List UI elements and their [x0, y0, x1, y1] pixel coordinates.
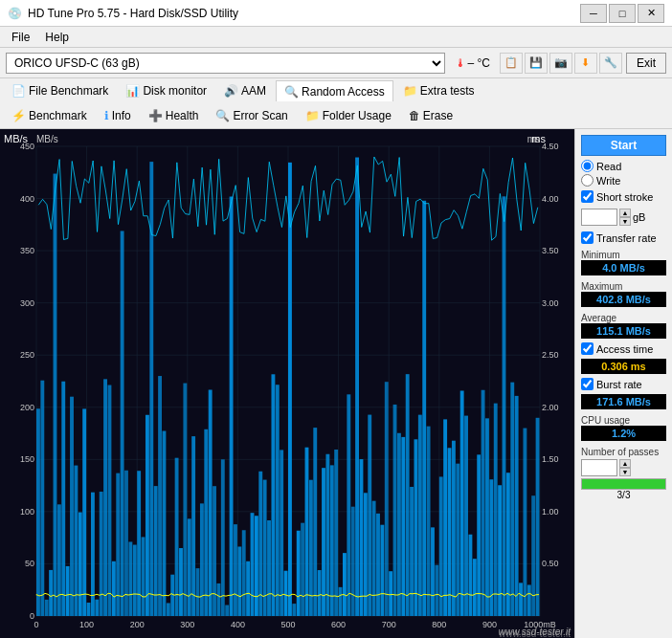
burst-rate-label: Burst rate [596, 379, 642, 390]
menubar: File Help [0, 27, 672, 48]
minimize-button[interactable]: ─ [580, 4, 607, 23]
maximum-label: Maximum [581, 281, 666, 292]
tab-folder-usage[interactable]: 📁 Folder Usage [298, 105, 399, 126]
tab-aam[interactable]: 🔊 AAM [216, 80, 274, 101]
read-label: Read [596, 161, 621, 172]
access-time-value: 0.306 ms [581, 359, 666, 374]
burst-rate-checkbox[interactable] [581, 378, 594, 390]
read-radio-label[interactable]: Read [581, 160, 666, 172]
average-section: Average 115.1 MB/s [581, 311, 666, 339]
average-label: Average [581, 313, 666, 323]
disk-monitor-icon: 📊 [125, 84, 140, 98]
read-write-group: Read Write [581, 160, 666, 187]
menu-file[interactable]: File [4, 29, 37, 45]
drive-selector[interactable]: ORICO UFSD-C (63 gB) [6, 53, 445, 74]
folder-usage-icon: 📁 [305, 109, 320, 122]
read-radio[interactable] [581, 160, 594, 172]
health-icon: ➕ [148, 109, 163, 122]
chart-canvas [0, 129, 574, 638]
icon-disk2[interactable]: 💾 [525, 53, 548, 74]
minimum-section: Minimum 4.0 MB/s [581, 248, 666, 275]
short-stroke-spinner: ▲ ▼ [619, 209, 631, 226]
titlebar: 💿 HD Tune Pro 5.75 - Hard Disk/SSD Utili… [0, 0, 672, 27]
chart-y-right-label: ms [531, 133, 546, 144]
passes-input[interactable]: 3 [581, 459, 617, 476]
write-radio-label[interactable]: Write [581, 174, 666, 187]
icon-camera[interactable]: 📷 [549, 53, 572, 74]
toolbar: ORICO UFSD-C (63 gB) 🌡 – °C 📋 💾 📷 ⬇ 🔧 Ex… [0, 48, 672, 78]
temperature-value: – °C [468, 56, 490, 70]
right-panel: Start Read Write Short stroke 1 ▲ ▼ gB [574, 129, 672, 638]
titlebar-left: 💿 HD Tune Pro 5.75 - Hard Disk/SSD Utili… [8, 7, 238, 20]
chart-area: MB/s ms www.ssd-tester.it [0, 129, 574, 638]
short-stroke-down[interactable]: ▼ [619, 217, 631, 226]
toolbar-icons: 📋 💾 📷 ⬇ 🔧 [500, 53, 622, 74]
short-stroke-up[interactable]: ▲ [619, 209, 631, 217]
short-stroke-row: Short stroke [581, 190, 666, 203]
burst-rate-row: Burst rate [581, 378, 666, 390]
write-radio[interactable] [581, 174, 594, 187]
passes-down[interactable]: ▼ [619, 468, 631, 476]
short-stroke-input[interactable]: 1 [581, 209, 617, 226]
menu-help[interactable]: Help [37, 29, 77, 45]
progress-bar-container [581, 478, 666, 490]
tab-disk-monitor[interactable]: 📊 Disk monitor [118, 80, 214, 101]
transfer-rate-row: Transfer rate [581, 231, 666, 244]
benchmark-icon: ⚡ [11, 109, 26, 122]
passes-spinner: ▲ ▼ [619, 459, 631, 476]
cpu-section: CPU usage 1.2% [581, 413, 666, 441]
cpu-value: 1.2% [581, 426, 666, 441]
watermark: www.ssd-tester.it [499, 627, 571, 637]
tab-erase[interactable]: 🗑 Erase [401, 105, 460, 126]
write-label: Write [596, 175, 620, 187]
maximum-value: 402.8 MB/s [581, 292, 666, 307]
short-stroke-label: Short stroke [596, 191, 653, 203]
progress-bar-fill [582, 479, 665, 489]
access-time-row: Access time [581, 342, 666, 355]
progress-label: 3/3 [581, 490, 666, 500]
erase-icon: 🗑 [409, 109, 420, 122]
start-button[interactable]: Start [581, 135, 666, 156]
thermometer-icon: 🌡 [455, 56, 466, 70]
app-icon: 💿 [8, 7, 22, 20]
short-stroke-unit: gB [633, 211, 645, 223]
minimum-value: 4.0 MB/s [581, 260, 666, 275]
main-content: MB/s ms www.ssd-tester.it Start Read Wri… [0, 129, 672, 638]
short-stroke-checkbox[interactable] [581, 190, 594, 203]
transfer-rate-checkbox[interactable] [581, 231, 594, 244]
tab-random-access[interactable]: 🔍 Random Access [276, 80, 393, 101]
passes-section: Number of passes 3 ▲ ▼ 3/3 [581, 445, 666, 500]
close-button[interactable]: ✕ [638, 4, 664, 23]
passes-label: Number of passes [581, 447, 666, 457]
tab-file-benchmark[interactable]: 📄 File Benchmark [4, 80, 116, 101]
error-scan-icon: 🔍 [215, 109, 230, 122]
access-time-checkbox[interactable] [581, 342, 594, 355]
average-value: 115.1 MB/s [581, 323, 666, 339]
icon-disk1[interactable]: 📋 [500, 53, 523, 74]
exit-button[interactable]: Exit [626, 53, 666, 74]
titlebar-controls: ─ □ ✕ [580, 4, 664, 23]
tabs-container: 📄 File Benchmark 📊 Disk monitor 🔊 AAM 🔍 … [0, 78, 672, 129]
tab-info[interactable]: ℹ Info [97, 105, 139, 126]
chart-y-left-label: MB/s [4, 133, 28, 144]
icon-settings[interactable]: 🔧 [599, 53, 622, 74]
tab-health[interactable]: ➕ Health [141, 105, 207, 126]
maximize-button[interactable]: □ [609, 4, 636, 23]
extra-tests-icon: 📁 [403, 84, 417, 98]
passes-up[interactable]: ▲ [619, 459, 631, 468]
passes-row: 3 ▲ ▼ [581, 459, 666, 476]
tab-error-scan[interactable]: 🔍 Error Scan [208, 105, 295, 126]
temperature-display: 🌡 – °C [449, 56, 496, 70]
burst-rate-value: 171.6 MB/s [581, 394, 666, 409]
cpu-label: CPU usage [581, 415, 666, 426]
tab-row-2: ⚡ Benchmark ℹ Info ➕ Health 🔍 Error Scan… [0, 103, 672, 128]
maximum-section: Maximum 402.8 MB/s [581, 279, 666, 307]
tab-row-1: 📄 File Benchmark 📊 Disk monitor 🔊 AAM 🔍 … [0, 78, 672, 103]
icon-export[interactable]: ⬇ [574, 53, 597, 74]
tab-benchmark[interactable]: ⚡ Benchmark [4, 105, 95, 126]
tab-extra-tests[interactable]: 📁 Extra tests [395, 80, 482, 101]
aam-icon: 🔊 [224, 84, 238, 98]
minimum-label: Minimum [581, 250, 666, 260]
info-icon: ℹ [104, 109, 109, 122]
random-access-icon: 🔍 [284, 85, 299, 99]
